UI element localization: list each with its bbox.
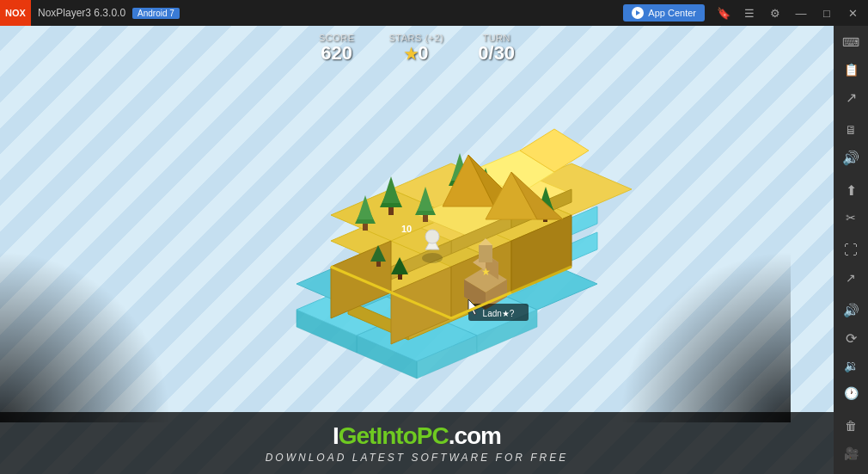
clock-icon[interactable]: 🕐 <box>836 380 865 406</box>
app-name: NoxPlayer3 6.3.0.0 <box>31 7 132 19</box>
watermark-dotcom: .com <box>449 422 501 449</box>
nox-logo: NOX <box>0 0 31 26</box>
display-icon[interactable]: 🖥 <box>836 117 865 143</box>
camera-icon[interactable]: 🎥 <box>836 440 865 466</box>
keyboard-icon[interactable]: ⌨ <box>836 29 865 55</box>
watermark-title: IGetIntoPC.com <box>17 422 816 450</box>
zoom-icon[interactable]: ↗ <box>836 265 865 291</box>
svg-point-74 <box>425 230 439 243</box>
loading-icon[interactable]: ⟳ <box>836 325 865 351</box>
svg-rect-44 <box>388 207 394 215</box>
menu-button[interactable]: ☰ <box>737 1 761 25</box>
score-value: 620 <box>319 43 355 64</box>
bookmark-button[interactable]: 🔖 <box>712 1 736 25</box>
turn-value: 0/30 <box>478 43 515 64</box>
volume-up-icon[interactable]: 🔊 <box>836 298 865 323</box>
titlebar-controls: 🔖 ☰ ⚙ — □ ✕ <box>712 1 865 25</box>
hud-stars: Stars (+2) ★0 <box>389 33 444 64</box>
game-svg: ★ 10 Ladn★? <box>159 69 675 396</box>
volume-down-icon[interactable]: 🔉 <box>836 353 865 379</box>
main-content: Score 620 Stars (+2) ★0 Turn 0/30 <box>0 26 868 474</box>
stars-label: Stars (+2) <box>389 33 444 43</box>
android-badge: Android 7 <box>132 8 180 19</box>
game-hud: Score 620 Stars (+2) ★0 Turn 0/30 <box>319 33 515 64</box>
maximize-button[interactable]: □ <box>815 1 839 25</box>
hud-turn: Turn 0/30 <box>478 33 515 64</box>
delete-icon[interactable]: 🗑 <box>836 413 865 439</box>
svg-point-72 <box>422 253 443 263</box>
app-center-label: App Center <box>648 8 696 18</box>
cut-icon[interactable]: ✂ <box>836 205 865 231</box>
app-center-button[interactable]: App Center <box>623 4 705 22</box>
titlebar: NOX NoxPlayer3 6.3.0.0 Android 7 App Cen… <box>0 0 868 26</box>
share-icon[interactable]: ↗ <box>836 84 865 110</box>
fullscreen-icon[interactable]: ⛶ <box>836 237 865 263</box>
game-viewport[interactable]: Score 620 Stars (+2) ★0 Turn 0/30 <box>0 26 834 474</box>
svg-rect-63 <box>398 274 402 280</box>
svg-text:★: ★ <box>481 266 491 278</box>
stars-value: ★0 <box>389 43 444 64</box>
svg-rect-47 <box>423 215 428 222</box>
watermark-getintopc: GetIntoPC <box>339 422 449 449</box>
svg-rect-61 <box>376 262 381 267</box>
right-sidebar: ⌨ 📋 ↗ 🖥 🔊 ⬆ ✂ ⛶ ↗ 🔊 ⟳ 🔉 🕐 🗑 🎥 ··· ↩ ⚙ 🎬 … <box>834 26 868 474</box>
svg-rect-69 <box>479 245 492 262</box>
play-icon <box>632 7 644 19</box>
close-button[interactable]: ✕ <box>840 1 865 25</box>
screenshot-icon[interactable]: 📋 <box>836 57 865 83</box>
settings-button[interactable]: ⚙ <box>763 1 787 25</box>
sound-icon[interactable]: 🔊 <box>836 145 865 170</box>
minimize-button[interactable]: — <box>789 1 813 25</box>
watermark: IGetIntoPC.com Download Latest Software … <box>0 412 834 474</box>
svg-text:10: 10 <box>401 224 412 234</box>
import-icon[interactable]: ⬆ <box>836 177 865 203</box>
svg-rect-41 <box>363 224 368 231</box>
svg-text:Ladn★?: Ladn★? <box>483 309 515 318</box>
watermark-i: I <box>333 422 339 449</box>
watermark-subtitle: Download Latest Software for Free <box>17 452 816 464</box>
hud-score: Score 620 <box>319 33 355 64</box>
iso-map: ★ 10 Ladn★? <box>159 69 675 396</box>
